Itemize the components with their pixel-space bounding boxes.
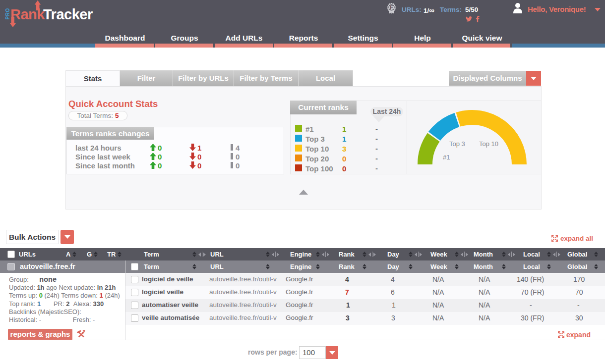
svg-text:F: F bbox=[390, 4, 393, 10]
